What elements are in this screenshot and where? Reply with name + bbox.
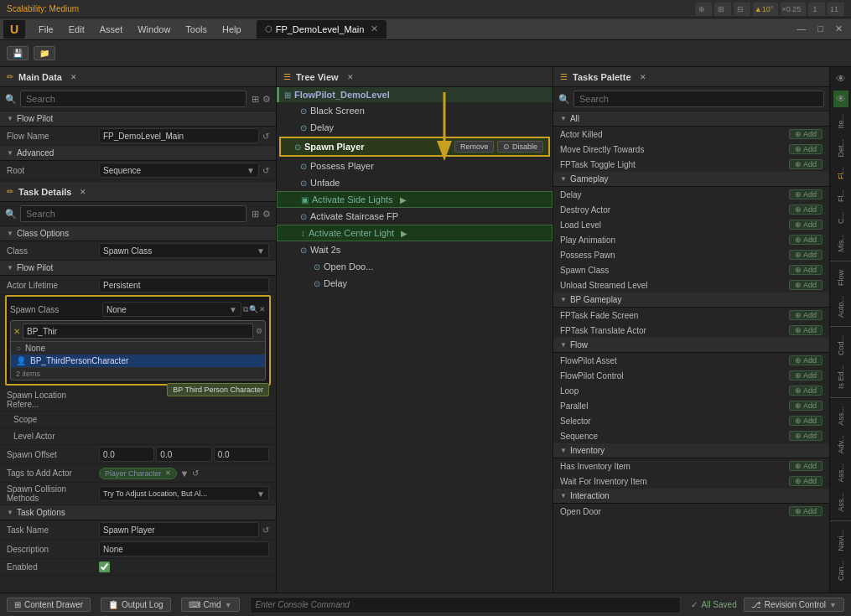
strip-item6[interactable]: Mis... (835, 230, 847, 256)
tags-reset[interactable]: ↺ (192, 468, 199, 478)
add-wait-inventory[interactable]: ⊕ Add (789, 476, 822, 486)
window-minimize[interactable]: — (791, 23, 811, 34)
advanced-section[interactable]: ▼ Advanced (0, 146, 276, 161)
toolbar-icon-7[interactable]: 11 (828, 3, 844, 16)
open-btn[interactable]: 📁 (34, 46, 55, 60)
all-section[interactable]: ▼ All (553, 111, 829, 127)
main-tab[interactable]: ⬡ FP_DemoLevel_Main ✕ (257, 20, 387, 39)
tab-close[interactable]: ✕ (371, 23, 378, 34)
strip-ass3[interactable]: Ass... (835, 489, 847, 515)
strip-auto[interactable]: Auto... (835, 292, 847, 321)
strip-item4[interactable]: Fl... (835, 186, 847, 205)
tree-staircase[interactable]: ⊙ Activate Staircase FP (277, 208, 553, 225)
add-fptask-fade[interactable]: ⊕ Add (789, 310, 822, 320)
asl-expand[interactable]: ▶ (400, 195, 407, 204)
strip-ass1[interactable]: Ass... (835, 403, 847, 429)
gameplay-section[interactable]: ▼ Gameplay (553, 172, 829, 187)
task-fp-section[interactable]: ▼ Flow Pilot (0, 261, 276, 276)
flow-section[interactable]: ▼ Flow (553, 338, 829, 353)
add-fptask-translate[interactable]: ⊕ Add (789, 325, 822, 335)
rev-arrow[interactable]: ▼ (829, 601, 837, 609)
strip-flow[interactable]: Flow (835, 267, 847, 289)
class-options-section[interactable]: ▼ Class Options (0, 226, 276, 241)
sc-copy[interactable]: ⧉ (243, 305, 248, 314)
offset-x[interactable]: 0.0 (99, 447, 154, 462)
dropdown-settings[interactable]: ⚙ (256, 327, 262, 335)
tree-delay-1[interactable]: ⊙ Delay (277, 119, 553, 136)
task-grid-icon[interactable]: ⊞ (252, 209, 259, 220)
toolbar-icon-4[interactable]: ▲10° (753, 3, 778, 16)
sc-dropdown-arrow[interactable]: ▼ (229, 305, 237, 314)
add-load-level[interactable]: ⊕ Add (789, 220, 822, 230)
menu-asset[interactable]: Asset (93, 23, 130, 36)
tree-activate-center[interactable]: ↕ Activate Center Light ▶ (277, 225, 553, 241)
flow-pilot-section[interactable]: ▼ Flow Pilot (0, 111, 276, 127)
menu-file[interactable]: File (32, 23, 60, 36)
tags-dropdown[interactable]: ▼ (180, 468, 189, 479)
strip-eye[interactable]: 👁 (833, 70, 848, 87)
strip-item2[interactable]: Det... (835, 136, 847, 161)
dropdown-none-item[interactable]: ○ None (11, 342, 265, 355)
add-possess-pawn[interactable]: ⊕ Add (789, 250, 822, 260)
all-saved-btn[interactable]: ✓ All Saved (691, 600, 736, 609)
revision-control-btn[interactable]: ⎇ Revision Control ▼ (744, 598, 844, 612)
menu-tools[interactable]: Tools (179, 23, 214, 36)
add-open-door[interactable]: ⊕ Add (789, 506, 822, 516)
content-drawer-btn[interactable]: ⊞ Content Drawer (7, 598, 91, 612)
grid-icon[interactable]: ⊞ (252, 94, 259, 105)
add-move-directly[interactable]: ⊕ Add (789, 144, 822, 154)
settings-icon[interactable]: ⚙ (262, 94, 271, 105)
sc-dd-arrow[interactable]: ▼ (257, 489, 265, 499)
strip-eye2[interactable]: 👁 (833, 91, 848, 107)
save-btn[interactable]: 💾 (7, 46, 29, 60)
tree-activate-side[interactable]: ▣ Activate Side Lights ▶ (277, 191, 553, 208)
add-delay[interactable]: ⊕ Add (789, 189, 822, 199)
desc-value[interactable]: None (99, 541, 269, 556)
root-reset[interactable]: ↺ (262, 166, 269, 175)
strip-ass2[interactable]: Ass... (835, 460, 847, 486)
spawn-player-tree-item[interactable]: ⊙ Spawn Player Remove ⊙ Disable (279, 137, 550, 157)
window-close[interactable]: ✕ (830, 23, 848, 34)
strip-cod[interactable]: Cod... (835, 332, 847, 359)
sc-search[interactable]: 🔍 (249, 305, 258, 313)
console-input[interactable] (250, 597, 682, 613)
flow-name-reset[interactable]: ↺ (262, 132, 269, 141)
dropdown-search-input[interactable] (23, 324, 253, 339)
tag-remove[interactable]: ✕ (165, 469, 171, 477)
tree-delay-2[interactable]: ⊙ Delay (277, 275, 553, 292)
toolbar-icon-1[interactable]: ⊕ (695, 3, 712, 16)
tree-root[interactable]: ⊞ FlowPilot_DemoLevel (277, 87, 553, 102)
strip-item1[interactable]: Ite... (835, 111, 847, 132)
offset-z[interactable]: 0.0 (214, 447, 269, 462)
dropdown-bp-item[interactable]: 👤 BP_ThirdPersonCharacter (11, 355, 265, 367)
task-options-section[interactable]: ▼ Task Options (0, 505, 276, 520)
add-destroy-actor[interactable]: ⊕ Add (789, 204, 822, 215)
task-search[interactable] (20, 205, 246, 222)
add-actor-killed[interactable]: ⊕ Add (789, 129, 822, 139)
tree-open-door[interactable]: ⊙ Open Doo... (277, 258, 553, 275)
remove-btn[interactable]: Remove (454, 141, 495, 153)
add-has-inventory[interactable]: ⊕ Add (789, 461, 822, 471)
root-dropdown-arrow[interactable]: ▼ (246, 166, 255, 175)
toolbar-icon-2[interactable]: ⊞ (714, 3, 731, 16)
add-spawn-class[interactable]: ⊕ Add (789, 265, 822, 275)
tree-possess[interactable]: ⊙ Possess Player (277, 158, 553, 174)
bp-gameplay-section[interactable]: ▼ BP Gameplay (553, 292, 829, 308)
toolbar-icon-3[interactable]: ⊟ (734, 3, 750, 16)
tn-reset[interactable]: ↺ (262, 525, 269, 535)
task-close[interactable]: ✕ (80, 188, 86, 196)
class-value[interactable]: Spawn Class ▼ (99, 243, 269, 258)
strip-navi[interactable]: Navi... (835, 526, 847, 555)
menu-help[interactable]: Help (215, 23, 248, 36)
spawn-collision-value[interactable]: Try To Adjust Location, But Al... ▼ (99, 486, 269, 501)
add-unload-streamed[interactable]: ⊕ Add (789, 280, 822, 290)
inventory-section[interactable]: ▼ Inventory (553, 443, 829, 458)
interaction-section[interactable]: ▼ Interaction (553, 489, 829, 504)
task-name-value[interactable]: Spawn Player (99, 522, 259, 537)
cmd-arrow[interactable]: ▼ (225, 601, 232, 609)
sc-clear[interactable]: ✕ (259, 305, 266, 313)
menu-window[interactable]: Window (131, 23, 177, 36)
tree-unfade[interactable]: ⊙ Unfade (277, 174, 553, 191)
tree-black-screen[interactable]: ⊙ Black Screen (277, 102, 553, 119)
main-data-search[interactable] (20, 91, 246, 107)
